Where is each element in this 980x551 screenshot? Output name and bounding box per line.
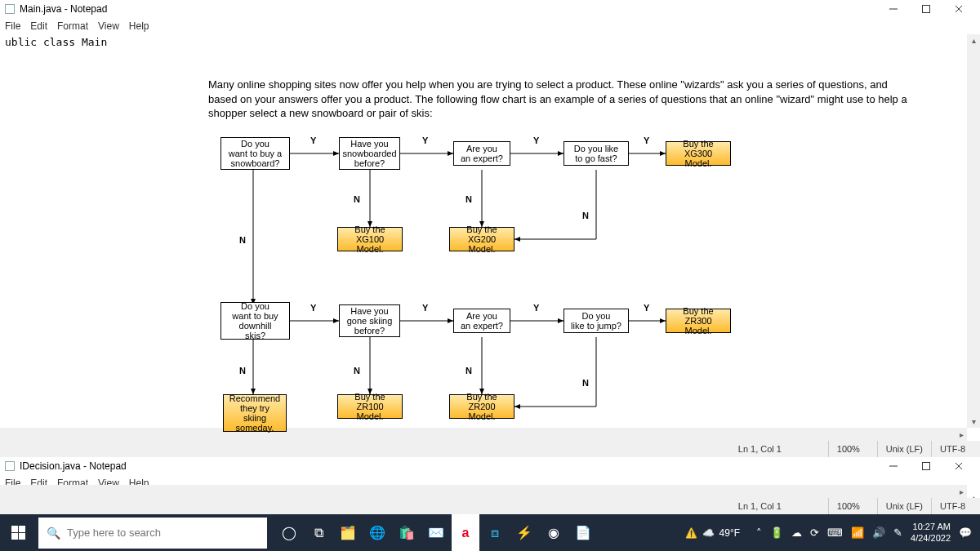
node-snow-q4: Do you liketo go fast? [564, 141, 629, 166]
tray-update-icon[interactable]: ⟳ [810, 527, 819, 539]
system-tray: ˄ 🔋 ☁ ⟳ ⌨ 📶 🔊 ✎ 10:27 AM 4/24/2022 💬 [748, 514, 980, 551]
scroll-right-icon[interactable]: ▸ [956, 487, 967, 496]
weather-cloud-icon: ☁️ [702, 527, 715, 539]
weather-alert-icon: ⚠️ [685, 527, 697, 539]
file-explorer-icon[interactable]: 🗂️ [334, 514, 362, 551]
label-yes: Y [644, 303, 649, 313]
titlebar[interactable]: Main.java - Notepad [0, 0, 980, 18]
node-ski-q2: Have yougone skiingbefore? [339, 304, 400, 337]
tray-chevron-up-icon[interactable]: ˄ [756, 527, 762, 539]
status-eol: Unix (LF) [877, 498, 931, 514]
scroll-down-icon[interactable]: ▾ [970, 415, 978, 428]
taskbar-weather[interactable]: ⚠️ ☁️ 49°F [685, 527, 740, 539]
editor-area[interactable]: ublic class Main [0, 34, 980, 50]
taskbar: 🔍 ◯ ⧉ 🗂️ 🌐 🛍️ ✉️ a ⧈ ⚡ ◉ 📄 ⚠️ ☁️ 49°F ˄ … [0, 514, 980, 551]
status-position: Ln 1, Col 1 [730, 498, 828, 514]
node-snow-xg100: Buy the XG100Model. [337, 227, 403, 251]
label-no: N [354, 194, 360, 204]
tray-keyboard-icon[interactable]: ⌨ [827, 527, 843, 539]
notepad-window-idecision: IDecision.java - Notepad File Edit Forma… [0, 457, 980, 514]
tray-pen-icon[interactable]: ✎ [893, 527, 902, 539]
tray-clock[interactable]: 10:27 AM 4/24/2022 [911, 522, 951, 543]
label-yes: Y [422, 303, 428, 313]
node-ski-q1: Do youwant to buydownhillskis? [220, 302, 290, 340]
svg-rect-19 [923, 463, 930, 470]
menu-help[interactable]: Help [129, 20, 149, 32]
dropbox-icon[interactable]: ⧈ [481, 514, 509, 551]
minimize-button[interactable] [877, 457, 910, 475]
windows-logo-icon [11, 526, 25, 540]
node-ski-zr200: Buy the ZR200Model. [449, 394, 514, 419]
vertical-scrollbar[interactable]: ▴ ▾ [967, 34, 980, 428]
label-no: N [239, 235, 246, 245]
tray-wifi-icon[interactable]: 📶 [851, 527, 864, 539]
maximize-button[interactable] [910, 457, 942, 475]
label-yes: Y [422, 136, 428, 145]
node-snow-xg200: Buy the XG200Model. [449, 227, 514, 251]
flowchart: Do youwant to buy asnowboard? Have yousn… [208, 129, 943, 488]
flowchart-intro: Many online shopping sites now offer you… [208, 78, 919, 121]
label-yes: Y [533, 136, 539, 145]
node-ski-q3: Are youan expert? [453, 309, 510, 333]
label-no: N [466, 366, 472, 375]
store-icon[interactable]: 🛍️ [393, 514, 421, 551]
flowchart-document: Many online shopping sites now offer you… [208, 78, 968, 488]
node-ski-recommend: Recommendthey tryskiingsomeday. [223, 394, 287, 432]
maximize-button[interactable] [910, 0, 942, 18]
label-yes: Y [310, 303, 316, 313]
window-title: IDecision.java - Notepad [20, 460, 127, 472]
taskbar-search[interactable]: 🔍 [38, 518, 267, 549]
label-no: N [354, 366, 360, 375]
node-snow-q1: Do youwant to buy asnowboard? [220, 137, 290, 170]
close-button[interactable] [942, 457, 975, 475]
titlebar[interactable]: IDecision.java - Notepad [0, 457, 980, 475]
app-a-icon[interactable]: a [452, 514, 479, 551]
edge-icon[interactable]: 🌐 [363, 514, 391, 551]
tray-volume-icon[interactable]: 🔊 [872, 527, 885, 539]
node-snow-q3: Are youan expert? [453, 141, 510, 166]
window-title: Main.java - Notepad [20, 3, 107, 15]
start-button[interactable] [0, 514, 37, 551]
node-snow-xg300: Buy the XG300Model. [666, 141, 731, 166]
status-zoom: 100% [828, 498, 877, 514]
label-no: N [582, 211, 589, 220]
mail-icon[interactable]: ✉️ [422, 514, 450, 551]
menu-bar: File Edit Format View Help [0, 18, 980, 34]
node-snow-q2: Have yousnowboardedbefore? [339, 137, 400, 170]
node-ski-zr100: Buy the ZR100Model. [337, 394, 403, 419]
tray-onedrive-icon[interactable]: ☁ [791, 527, 802, 539]
taskbar-pinned: ◯ ⧉ 🗂️ 🌐 🛍️ ✉️ a ⧈ ⚡ ◉ 📄 [275, 514, 597, 551]
horizontal-scrollbar[interactable]: ▸ [0, 485, 967, 498]
menu-edit[interactable]: Edit [30, 20, 47, 32]
notepad-icon [5, 4, 15, 14]
label-no: N [239, 366, 246, 375]
search-icon: 🔍 [47, 527, 60, 540]
tray-date: 4/24/2022 [911, 533, 951, 544]
menu-file[interactable]: File [5, 20, 20, 32]
label-no: N [466, 194, 472, 204]
minimize-button[interactable] [877, 0, 910, 18]
node-ski-q4: Do youlike to jump? [564, 309, 629, 333]
tray-notifications-icon[interactable]: 💬 [959, 527, 972, 539]
tray-time: 10:27 AM [911, 522, 951, 532]
weather-temp: 49°F [719, 527, 740, 539]
app-lightning-icon[interactable]: ⚡ [510, 514, 538, 551]
label-yes: Y [310, 136, 316, 145]
scroll-up-icon[interactable]: ▴ [970, 34, 978, 47]
node-ski-zr300: Buy the ZR300Model. [666, 309, 731, 333]
chrome-icon[interactable]: ◉ [540, 514, 568, 551]
svg-rect-1 [923, 6, 930, 13]
menu-format[interactable]: Format [57, 20, 88, 32]
task-view-icon[interactable]: ⧉ [305, 514, 332, 551]
label-yes: Y [644, 136, 649, 145]
menu-view[interactable]: View [98, 20, 119, 32]
label-yes: Y [533, 303, 539, 313]
notepad-icon [5, 461, 15, 471]
status-encoding: UTF-8 [931, 498, 980, 514]
search-input[interactable] [67, 527, 259, 539]
status-bar: Ln 1, Col 1 100% Unix (LF) UTF-8 [0, 498, 980, 514]
cortana-icon[interactable]: ◯ [275, 514, 303, 551]
tray-battery-icon[interactable]: 🔋 [770, 527, 783, 539]
notepad-taskbar-icon[interactable]: 📄 [569, 514, 597, 551]
close-button[interactable] [942, 0, 975, 18]
